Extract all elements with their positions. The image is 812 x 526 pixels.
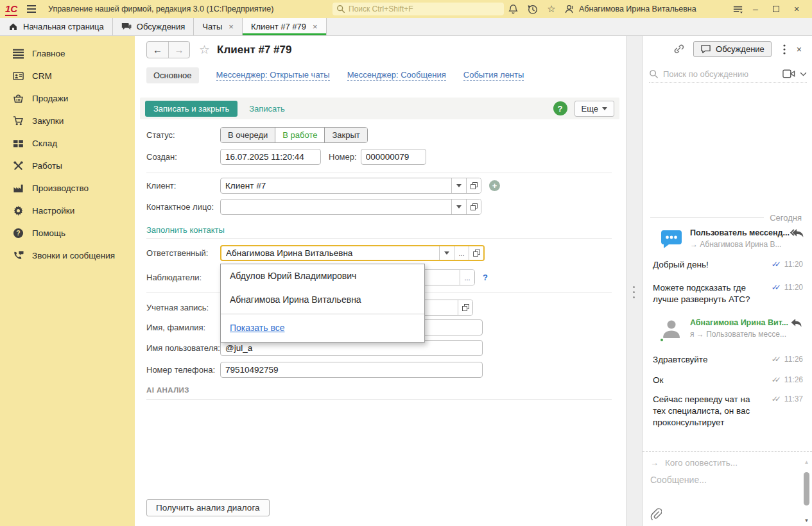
navtab-open-chats[interactable]: Мессенджер: Открытые чаты [216,70,330,81]
chat-icon [121,22,132,31]
client-input[interactable] [221,178,451,193]
warehouse-icon [13,138,24,149]
chevron-down-icon[interactable] [800,72,807,76]
chevron-down-icon [602,107,607,110]
status-option-in-progress[interactable]: В работе [275,128,325,142]
splitter-handle-icon[interactable] [633,286,635,298]
show-all-link[interactable]: Показать все [221,314,424,342]
scrollbar[interactable]: ▲ ▼ [802,459,811,523]
account-open-button[interactable] [458,300,472,315]
current-user-name[interactable]: Абнагимова Ирина Витальевна [579,0,696,18]
scroll-up-icon[interactable]: ▲ [804,459,809,465]
tab-close-icon[interactable]: × [313,22,318,31]
tab-home[interactable]: Начальная страница [0,18,113,35]
navtab-feed-events[interactable]: События ленты [463,70,524,81]
kebab-menu-icon[interactable] [783,44,786,55]
global-search[interactable] [333,3,504,15]
panel-splitter[interactable] [626,36,642,526]
close-window-button[interactable]: × [790,0,804,18]
sidebar-item-works[interactable]: Работы [0,155,135,177]
sidebar-item-crm[interactable]: CRM [0,65,135,87]
forward-button[interactable]: → [168,42,189,58]
tab-chats[interactable]: Чаты × [194,18,243,35]
minimize-button[interactable]: – [748,0,763,18]
reply-all-icon[interactable] [790,228,805,238]
responsible-open-button[interactable] [469,246,483,260]
message-author[interactable]: Абнагимова Ирина Вит... [690,318,788,327]
main-menu-icon[interactable] [27,0,36,18]
sidebar-item-production[interactable]: Производство [0,177,135,199]
sidebar-item-settings[interactable]: Настройки [0,199,135,222]
sidebar-item-main[interactable]: Главное [0,42,135,65]
global-search-input[interactable] [349,4,500,13]
attach-file-icon[interactable] [650,508,662,521]
message-direction: я → Пользователь мессе... [690,330,803,339]
back-button[interactable]: ← [147,42,168,58]
status-option-closed[interactable]: Закрыт [325,128,367,142]
message-author[interactable]: Пользователь мессенд... [690,228,790,237]
help-icon: ? [13,228,24,239]
dropdown-option[interactable]: Абнагимова Ирина Витальевна [221,288,424,312]
responsible-input[interactable] [221,246,439,260]
username-input[interactable] [221,341,482,355]
phone-input[interactable] [221,362,482,377]
read-checks-icon: ✓✓ [772,394,781,403]
reply-icon[interactable] [790,318,803,328]
contact-input[interactable] [221,199,451,214]
created-input[interactable] [221,149,320,164]
save-and-close-button[interactable]: Записать и закрыть [145,101,238,117]
help-button[interactable]: ? [553,101,567,115]
save-button[interactable]: Записать [249,104,285,114]
sidebar-item-sales[interactable]: Продажи [0,87,135,110]
dropdown-option[interactable]: Абдулов Юрий Владимирович [221,264,424,288]
get-dialog-analysis-button[interactable]: Получить анализ диалога [146,499,270,516]
watchers-help-icon[interactable]: ? [483,273,488,282]
notifications-bell-icon[interactable] [506,0,520,18]
user-icon[interactable] [562,0,576,18]
tab-client[interactable]: Клиент #7 #79 × [243,18,327,35]
favorite-star-icon[interactable]: ☆ [199,42,210,57]
responsible-choose-button[interactable]: ... [454,246,469,260]
scroll-down-icon[interactable]: ▼ [804,518,809,523]
history-icon[interactable] [525,0,539,18]
more-button[interactable]: Еще [574,101,614,117]
sidebar-item-purchases[interactable]: Закупки [0,110,135,132]
favorites-star-icon[interactable]: ☆ [544,0,558,18]
open-icon [471,203,478,210]
discussion-search [649,65,807,83]
close-panel-icon[interactable]: × [797,44,802,55]
panel-settings-icon[interactable] [730,0,745,18]
created-label: Создан: [146,152,220,162]
client-open-button[interactable] [466,178,481,193]
status-label: Статус: [146,130,220,140]
maximize-button[interactable] [769,0,783,18]
scrollbar-thumb[interactable] [804,472,809,505]
number-input[interactable] [361,149,426,164]
contact-open-button[interactable] [466,199,481,214]
fill-contacts-link[interactable]: Заполнить контакты [146,225,225,235]
notify-input[interactable] [665,458,793,468]
tab-close-icon[interactable]: × [229,22,234,31]
sidebar: Главное CRM Продажи Закупки Склад Работы… [0,36,135,526]
discussion-search-input[interactable] [663,69,778,79]
watchers-choose-button[interactable]: ... [460,270,474,285]
message-input[interactable] [650,475,793,485]
link-icon[interactable] [673,44,684,55]
responsible-row: Ответственный: ... [146,245,613,261]
online-status-icon [659,337,664,343]
tab-discussions[interactable]: Обсуждения [113,18,194,35]
navtab-main[interactable]: Основное [146,67,199,83]
add-client-button[interactable]: + [489,180,500,191]
video-call-icon[interactable] [782,69,795,78]
navtab-messages[interactable]: Мессенджер: Сообщения [347,70,446,81]
contact-dropdown-button[interactable] [451,199,466,214]
phone-label: Номер телефона: [146,365,220,375]
sidebar-item-calls[interactable]: Звонки и сообщения [0,244,135,267]
sidebar-item-warehouse[interactable]: Склад [0,132,135,155]
sidebar-item-help[interactable]: ? Помощь [0,222,135,244]
responsible-dropdown-button[interactable] [439,246,454,260]
discussion-toggle-button[interactable]: Обсуждение [693,41,772,57]
status-option-queued[interactable]: В очереди [221,128,275,142]
page-title: Клиент #7 #79 [217,44,291,56]
client-dropdown-button[interactable] [451,178,466,193]
